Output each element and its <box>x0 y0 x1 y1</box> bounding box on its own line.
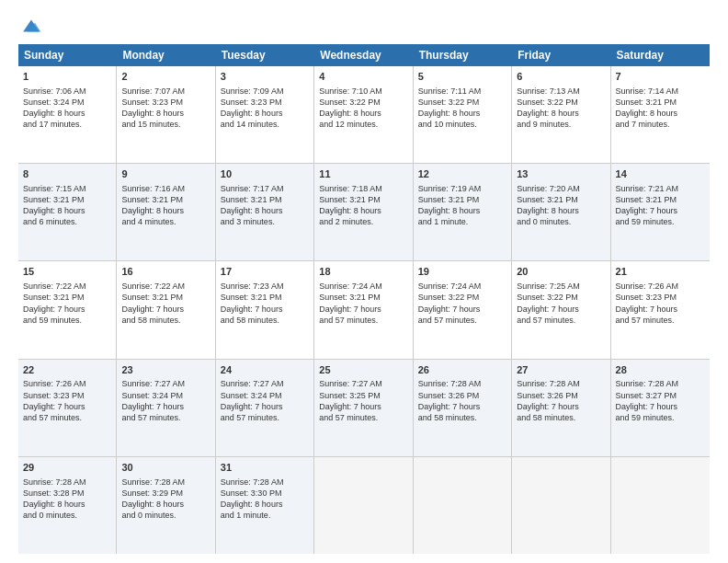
day-number: 29 <box>23 461 111 475</box>
day-cell-21: 21Sunrise: 7:26 AMSunset: 3:23 PMDayligh… <box>611 261 710 358</box>
day-info: Sunrise: 7:22 AM <box>121 281 210 292</box>
day-info: and 17 minutes. <box>23 119 111 130</box>
day-header-tuesday: Tuesday <box>216 44 314 66</box>
day-number: 2 <box>121 70 210 84</box>
day-number: 18 <box>319 265 407 279</box>
day-info: Daylight: 8 hours <box>23 205 111 216</box>
day-info: Sunrise: 7:26 AM <box>23 378 111 389</box>
day-info: Sunset: 3:30 PM <box>221 488 309 499</box>
day-info: and 58 minutes. <box>517 412 605 423</box>
day-info: Sunset: 3:21 PM <box>616 194 705 205</box>
day-info: Daylight: 7 hours <box>121 401 210 412</box>
day-number: 4 <box>319 70 407 84</box>
day-cell-17: 17Sunrise: 7:23 AMSunset: 3:21 PMDayligh… <box>216 261 314 358</box>
day-info: Sunset: 3:21 PM <box>319 292 407 303</box>
day-cell-8: 8Sunrise: 7:15 AMSunset: 3:21 PMDaylight… <box>18 164 117 260</box>
day-info: Sunset: 3:23 PM <box>616 292 705 303</box>
calendar-week-4: 22Sunrise: 7:26 AMSunset: 3:23 PMDayligh… <box>18 360 710 457</box>
day-info: Daylight: 7 hours <box>23 401 111 412</box>
day-cell-22: 22Sunrise: 7:26 AMSunset: 3:23 PMDayligh… <box>18 360 117 456</box>
day-number: 31 <box>221 461 309 475</box>
day-info: Sunset: 3:27 PM <box>616 390 705 401</box>
day-info: Daylight: 8 hours <box>418 108 506 119</box>
day-info: Sunrise: 7:13 AM <box>517 86 605 97</box>
day-info: and 57 minutes. <box>616 315 705 326</box>
day-info: Daylight: 8 hours <box>616 108 705 119</box>
day-info: Daylight: 7 hours <box>418 401 506 412</box>
day-cell-10: 10Sunrise: 7:17 AMSunset: 3:21 PMDayligh… <box>216 164 314 260</box>
day-cell-29: 29Sunrise: 7:28 AMSunset: 3:28 PMDayligh… <box>18 457 117 554</box>
day-cell-15: 15Sunrise: 7:22 AMSunset: 3:21 PMDayligh… <box>18 261 117 358</box>
day-cell-20: 20Sunrise: 7:25 AMSunset: 3:22 PMDayligh… <box>512 261 610 358</box>
day-info: Sunset: 3:21 PM <box>616 97 705 108</box>
day-info: and 4 minutes. <box>121 216 210 227</box>
day-info: Sunset: 3:25 PM <box>319 390 407 401</box>
day-info: Sunrise: 7:28 AM <box>616 378 705 389</box>
day-cell-30: 30Sunrise: 7:28 AMSunset: 3:29 PMDayligh… <box>117 457 215 554</box>
day-info: Sunrise: 7:07 AM <box>121 86 210 97</box>
day-number: 19 <box>418 265 506 279</box>
day-info: Daylight: 8 hours <box>221 499 309 510</box>
day-info: and 59 minutes. <box>23 315 111 326</box>
day-info: Sunset: 3:24 PM <box>121 390 210 401</box>
day-header-saturday: Saturday <box>611 44 710 66</box>
day-info: Daylight: 8 hours <box>517 108 605 119</box>
day-number: 13 <box>517 167 605 181</box>
day-header-wednesday: Wednesday <box>314 44 413 66</box>
day-info: Sunset: 3:26 PM <box>517 390 605 401</box>
header <box>18 17 710 35</box>
day-info: Sunrise: 7:10 AM <box>319 86 407 97</box>
day-info: and 57 minutes. <box>221 412 309 423</box>
logo-icon <box>20 17 42 35</box>
day-info: and 57 minutes. <box>319 412 407 423</box>
day-info: Daylight: 7 hours <box>517 304 605 315</box>
day-info: and 6 minutes. <box>23 216 111 227</box>
day-info: Daylight: 8 hours <box>517 205 605 216</box>
day-cell-6: 6Sunrise: 7:13 AMSunset: 3:22 PMDaylight… <box>512 66 610 163</box>
day-info: and 7 minutes. <box>616 119 705 130</box>
day-info: and 57 minutes. <box>121 412 210 423</box>
day-cell-14: 14Sunrise: 7:21 AMSunset: 3:21 PMDayligh… <box>611 164 710 260</box>
day-number: 8 <box>23 167 111 181</box>
day-info: Sunset: 3:21 PM <box>221 292 309 303</box>
day-info: and 15 minutes. <box>121 119 210 130</box>
day-cell-2: 2Sunrise: 7:07 AMSunset: 3:23 PMDaylight… <box>117 66 215 163</box>
day-info: Daylight: 8 hours <box>23 108 111 119</box>
day-info: Sunset: 3:24 PM <box>23 97 111 108</box>
day-info: Sunrise: 7:28 AM <box>23 477 111 488</box>
day-info: Sunrise: 7:28 AM <box>418 378 506 389</box>
day-info: Sunrise: 7:09 AM <box>221 86 309 97</box>
day-info: Sunset: 3:23 PM <box>121 97 210 108</box>
day-info: Daylight: 7 hours <box>121 304 210 315</box>
day-cell-16: 16Sunrise: 7:22 AMSunset: 3:21 PMDayligh… <box>117 261 215 358</box>
day-info: Sunrise: 7:25 AM <box>517 281 605 292</box>
day-number: 6 <box>517 70 605 84</box>
day-info: Daylight: 7 hours <box>616 205 705 216</box>
day-info: Sunrise: 7:28 AM <box>517 378 605 389</box>
day-info: Sunset: 3:21 PM <box>319 194 407 205</box>
day-info: Sunrise: 7:23 AM <box>221 281 309 292</box>
day-info: Daylight: 7 hours <box>221 401 309 412</box>
day-info: Sunrise: 7:24 AM <box>319 281 407 292</box>
day-info: Daylight: 7 hours <box>418 304 506 315</box>
day-cell-28: 28Sunrise: 7:28 AMSunset: 3:27 PMDayligh… <box>611 360 710 456</box>
day-info: Sunset: 3:21 PM <box>221 194 309 205</box>
day-number: 10 <box>221 167 309 181</box>
day-info: Sunrise: 7:17 AM <box>221 183 309 194</box>
day-info: and 57 minutes. <box>23 412 111 423</box>
day-cell-26: 26Sunrise: 7:28 AMSunset: 3:26 PMDayligh… <box>414 360 512 456</box>
day-info: Daylight: 7 hours <box>319 304 407 315</box>
day-info: Sunrise: 7:26 AM <box>616 281 705 292</box>
day-cell-27: 27Sunrise: 7:28 AMSunset: 3:26 PMDayligh… <box>512 360 610 456</box>
day-info: and 59 minutes. <box>616 216 705 227</box>
day-cell-13: 13Sunrise: 7:20 AMSunset: 3:21 PMDayligh… <box>512 164 610 260</box>
day-number: 26 <box>418 363 506 377</box>
day-cell-18: 18Sunrise: 7:24 AMSunset: 3:21 PMDayligh… <box>314 261 413 358</box>
day-header-friday: Friday <box>512 44 610 66</box>
day-info: Sunrise: 7:24 AM <box>418 281 506 292</box>
day-info: and 12 minutes. <box>319 119 407 130</box>
day-info: Sunset: 3:22 PM <box>319 97 407 108</box>
day-info: Daylight: 8 hours <box>121 499 210 510</box>
day-cell-19: 19Sunrise: 7:24 AMSunset: 3:22 PMDayligh… <box>414 261 512 358</box>
day-info: Sunset: 3:22 PM <box>517 97 605 108</box>
